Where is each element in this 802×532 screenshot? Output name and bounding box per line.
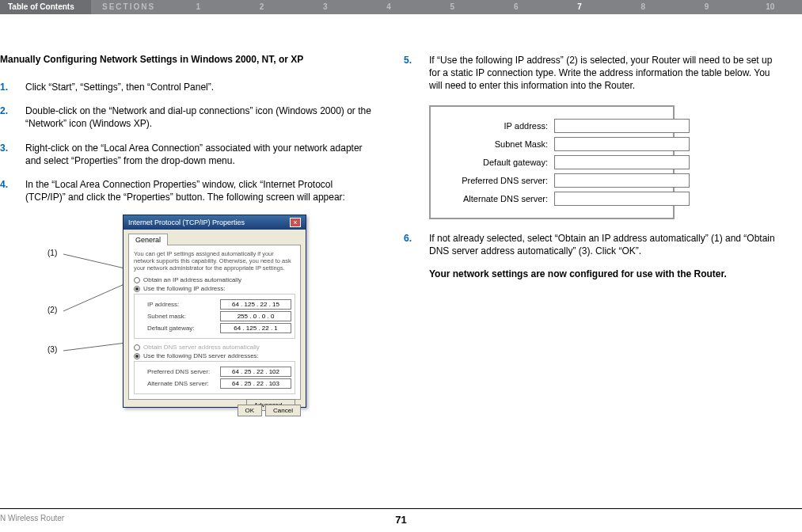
- dialog-titlebar: Internet Protocol (TCP/IP) Properties ×: [124, 215, 306, 230]
- final-note: Your network settings are now configured…: [404, 268, 776, 279]
- pdns-field[interactable]: [554, 173, 690, 188]
- dialog-description: You can get IP settings assigned automat…: [134, 250, 295, 272]
- page-number: 71: [395, 514, 406, 526]
- right-column: 5. If “Use the following IP address” (2)…: [404, 54, 776, 412]
- ip-input[interactable]: [220, 299, 291, 310]
- nav-10[interactable]: 10: [739, 0, 802, 14]
- page-footer: N Wireless Router 71: [0, 508, 802, 522]
- radio-icon: [134, 353, 140, 359]
- ip-label: IP address:: [435, 121, 554, 131]
- nav-7[interactable]: 7: [548, 0, 611, 14]
- nav-1[interactable]: 1: [166, 0, 230, 14]
- radio-icon: [134, 286, 140, 292]
- step-text: Click “Start”, “Settings”, then “Control…: [25, 81, 372, 93]
- nav-section-numbers: 1 2 3 4 5 6 7 8 9 10: [166, 0, 802, 14]
- cancel-button[interactable]: Cancel: [265, 405, 301, 416]
- gw-input[interactable]: [220, 323, 291, 333]
- sm-label: Subnet mask:: [147, 313, 186, 320]
- callout-1: (1): [48, 249, 57, 257]
- step-3: 3. Right-click on the “Local Area Connec…: [0, 142, 372, 167]
- pdns-label: Preferred DNS server:: [147, 368, 210, 375]
- ip-label: IP address:: [147, 301, 179, 308]
- pdns-label: Preferred DNS server:: [435, 176, 554, 185]
- radio-label: Obtain an IP address automatically: [143, 276, 241, 283]
- page-heading: Manually Configuring Network Settings in…: [0, 54, 372, 65]
- top-nav: Table of Contents SECTIONS 1 2 3 4 5 6 7…: [0, 0, 802, 14]
- sm-input[interactable]: [220, 311, 291, 321]
- radio-label: Obtain DNS server address automatically: [143, 344, 260, 351]
- dialog-body: You can get IP settings assigned automat…: [128, 245, 301, 400]
- gw-label: Default gateway:: [435, 158, 554, 167]
- nav-4[interactable]: 4: [357, 0, 420, 14]
- step-num: 1.: [0, 81, 25, 93]
- step-num: 6.: [404, 232, 429, 257]
- step-text: If not already selected, select “Obtain …: [429, 232, 776, 257]
- nav-9[interactable]: 9: [675, 0, 738, 14]
- step-num: 3.: [0, 142, 25, 167]
- close-icon[interactable]: ×: [290, 218, 301, 227]
- radio-use-ip[interactable]: Use the following IP address:: [134, 285, 295, 292]
- nav-3[interactable]: 3: [294, 0, 357, 14]
- dns-group: Preferred DNS server: Alternate DNS serv…: [134, 361, 295, 394]
- adns-input[interactable]: [220, 378, 291, 389]
- step-text: If “Use the following IP address” (2) is…: [429, 54, 776, 93]
- step-4: 4. In the “Local Area Connection Propert…: [0, 178, 372, 203]
- nav-toc[interactable]: Table of Contents: [0, 0, 91, 14]
- gw-field[interactable]: [554, 155, 690, 169]
- nav-sections-label: SECTIONS: [91, 0, 166, 14]
- step-num: 2.: [0, 104, 25, 130]
- step-num: 5.: [404, 54, 429, 93]
- tcpip-figure: (1) (2) (3) Internet Protocol (TCP/IP) P…: [48, 215, 317, 412]
- step-6: 6. If not already selected, select “Obta…: [404, 232, 776, 257]
- radio-icon: [134, 277, 140, 283]
- left-column: Manually Configuring Network Settings in…: [0, 54, 372, 412]
- radio-label: Use the following IP address:: [143, 285, 225, 292]
- radio-obtain-dns[interactable]: Obtain DNS server address automatically: [134, 344, 295, 351]
- step-1: 1. Click “Start”, “Settings”, then “Cont…: [0, 81, 372, 93]
- nav-2[interactable]: 2: [230, 0, 293, 14]
- ip-field[interactable]: [554, 119, 690, 133]
- step-5: 5. If “Use the following IP address” (2)…: [404, 54, 776, 93]
- dialog-title: Internet Protocol (TCP/IP) Properties: [128, 218, 245, 226]
- step-2: 2. Double-click on the “Network and dial…: [0, 104, 372, 130]
- callout-3: (3): [48, 345, 57, 354]
- ip-entry-table: IP address: Subnet Mask: Default gateway…: [429, 105, 675, 219]
- step-text: Right-click on the “Local Area Connectio…: [25, 142, 372, 167]
- step-num: 4.: [0, 178, 25, 203]
- callout-2: (2): [48, 306, 57, 314]
- gw-label: Default gateway:: [147, 325, 195, 332]
- radio-label: Use the following DNS server addresses:: [143, 352, 259, 359]
- footer-product: N Wireless Router: [0, 514, 64, 522]
- tcpip-dialog: Internet Protocol (TCP/IP) Properties × …: [123, 215, 306, 408]
- adns-label: Alternate DNS server:: [435, 194, 554, 203]
- sm-label: Subnet Mask:: [435, 139, 554, 149]
- step-text: Double-click on the “Network and dial-up…: [25, 104, 372, 130]
- step-text: In the “Local Area Connection Properties…: [25, 178, 372, 203]
- nav-6[interactable]: 6: [485, 0, 548, 14]
- adns-label: Alternate DNS server:: [147, 380, 209, 387]
- general-tab[interactable]: General: [128, 234, 168, 245]
- nav-8[interactable]: 8: [611, 0, 675, 14]
- adns-field[interactable]: [554, 192, 690, 206]
- callout-lines: [48, 215, 127, 412]
- radio-icon: [134, 344, 140, 351]
- sm-field[interactable]: [554, 137, 690, 151]
- pdns-input[interactable]: [220, 367, 291, 377]
- nav-5[interactable]: 5: [420, 0, 484, 14]
- radio-use-dns[interactable]: Use the following DNS server addresses:: [134, 352, 295, 359]
- ip-group: IP address: Subnet mask: Default gateway…: [134, 294, 295, 339]
- radio-obtain-ip[interactable]: Obtain an IP address automatically: [134, 276, 295, 283]
- page-content: Manually Configuring Network Settings in…: [0, 14, 802, 412]
- ok-button[interactable]: OK: [238, 405, 263, 416]
